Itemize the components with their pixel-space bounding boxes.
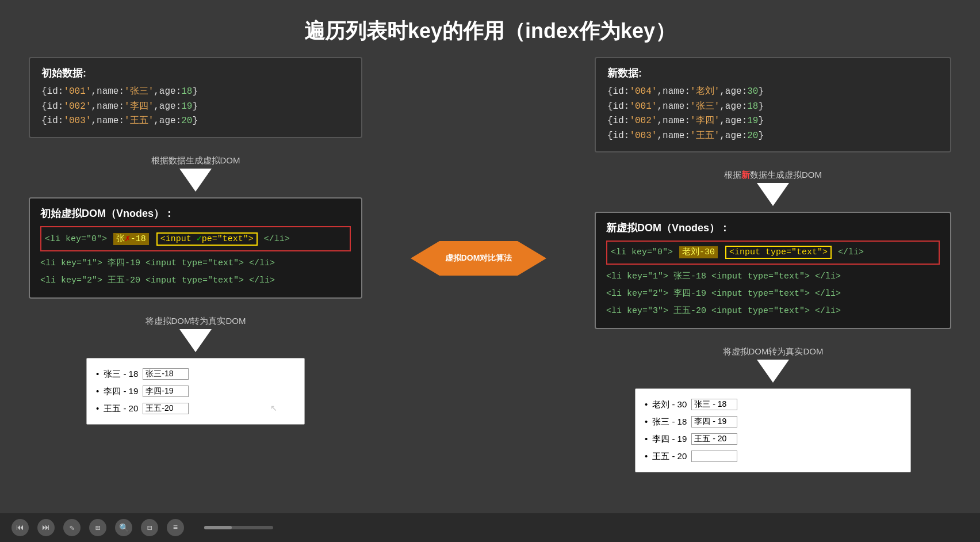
bottom-icon-3[interactable]: ✎ [63, 519, 81, 536]
new-vdom-line-2: <li key="2"> 李四-19 <input type="text"> <… [606, 285, 940, 303]
bottom-icon-7[interactable]: ≡ [167, 519, 184, 536]
new-vdom-title: 新虚拟DOM（Vnodes）： [606, 221, 940, 235]
vdom-line-0: <li key="0"> 张✗-18 <input ✓pe="text"> </… [40, 226, 351, 251]
right-arrow2-container: 将虚拟DOM转为真实DOM [595, 335, 951, 383]
real-dom-item-3: • 王五 - 20 [96, 400, 295, 417]
bottom-icon-6[interactable]: ⊟ [141, 519, 158, 536]
right-real-dom-input-3[interactable] [691, 433, 737, 445]
left-real-dom-box: • 张三 - 18 • 李四 - 19 • 王五 - 20 [86, 358, 305, 425]
right-real-dom-item-1: • 老刘 - 30 [645, 396, 901, 413]
progress-bar [204, 526, 273, 529]
real-dom-input-1[interactable] [143, 368, 189, 380]
bottom-icon-1[interactable]: ⏮ [12, 519, 29, 536]
right-real-dom-input-2[interactable] [691, 416, 737, 428]
cursor: ↖ [270, 400, 277, 411]
initial-data-box: 初始数据: {id:'001',name:'张三',age:18} {id:'0… [29, 57, 362, 138]
initial-data-line-1: {id:'001',name:'张三',age:18} [41, 85, 350, 100]
arrow-left [411, 241, 439, 276]
right-real-dom-input-1[interactable] [691, 399, 737, 410]
center-column: 虚拟DOM对比算法 [421, 241, 536, 276]
real-dom-item-1: • 张三 - 18 [96, 365, 295, 383]
new-vdom-line-3: <li key="3"> 王五-20 <input type="text"> <… [606, 303, 940, 320]
arrow-right [518, 241, 546, 276]
new-vdom-line-1: <li key="1"> 张三-18 <input type="text"> <… [606, 268, 940, 285]
initial-vdom-title: 初始虚拟DOM（Vnodes）： [40, 207, 351, 220]
vdom-line-1: <li key="1"> 李四-19 <input type="text"> <… [40, 255, 351, 272]
new-data-line-1: {id:'004',name:'老刘',age:30} [607, 85, 939, 100]
right-column: 新数据: {id:'004',name:'老刘',age:30} {id:'00… [595, 57, 951, 472]
right-real-dom-item-2: • 张三 - 18 [645, 413, 901, 430]
progress-fill [204, 526, 232, 529]
real-dom-item-2: • 李四 - 19 [96, 383, 295, 400]
compare-label: 虚拟DOM对比算法 [445, 253, 512, 264]
left-arrow1 [179, 169, 212, 192]
page-title: 遍历列表时key的作用（index作为key） [0, 0, 980, 57]
bottom-bar: ⏮ ⏭ ✎ ⊞ 🔍 ⊟ ≡ [0, 513, 980, 542]
left-arrow2 [179, 329, 212, 352]
new-data-line-2: {id:'001',name:'张三',age:18} [607, 100, 939, 114]
right-arrow2-label: 将虚拟DOM转为真实DOM [723, 346, 824, 357]
vdom-line-2: <li key="2"> 王五-20 <input type="text"> <… [40, 272, 351, 289]
left-arrow1-label: 根据数据生成虚拟DOM [151, 155, 240, 166]
initial-data-line-2: {id:'002',name:'李四',age:19} [41, 100, 350, 114]
left-column: 初始数据: {id:'001',name:'张三',age:18} {id:'0… [29, 57, 362, 425]
initial-data-line-3: {id:'003',name:'王五',age:20} [41, 114, 350, 129]
left-arrow2-label: 将虚拟DOM转为真实DOM [146, 316, 246, 327]
initial-data-title: 初始数据: [41, 66, 350, 80]
new-data-title: 新数据: [607, 66, 939, 80]
new-data-line-4: {id:'003',name:'王五',age:20} [607, 129, 939, 144]
new-vdom-box: 新虚拟DOM（Vnodes）： <li key="0"> 老刘-30 <inpu… [595, 212, 951, 329]
bottom-icon-4[interactable]: ⊞ [89, 519, 106, 536]
left-arrow1-container: 根据数据生成虚拟DOM [29, 144, 362, 192]
left-arrow2-container: 将虚拟DOM转为真实DOM [29, 304, 362, 352]
compare-arrow: 虚拟DOM对比算法 [411, 241, 547, 276]
real-dom-input-2[interactable] [143, 385, 189, 397]
bottom-icon-5[interactable]: 🔍 [115, 519, 132, 536]
right-real-dom-item-3: • 李四 - 19 [645, 430, 901, 448]
arrow-body: 虚拟DOM对比算法 [439, 241, 518, 276]
right-real-dom-box: • 老刘 - 30 • 张三 - 18 • 李四 - 19 • 王五 - 20 [635, 388, 911, 472]
new-data-line-3: {id:'002',name:'李四',age:19} [607, 114, 939, 129]
new-vdom-line-0: <li key="0"> 老刘-30 <input type="text"> <… [606, 241, 940, 265]
right-real-dom-item-4: • 王五 - 20 [645, 448, 901, 465]
right-arrow1-container: 根据新数据生成虚拟DOM [595, 158, 951, 206]
right-arrow1-label: 根据新数据生成虚拟DOM [724, 170, 822, 181]
right-arrow1 [757, 183, 789, 206]
initial-vdom-box: 初始虚拟DOM（Vnodes）： <li key="0"> 张✗-18 <inp… [29, 197, 362, 299]
right-arrow2 [757, 360, 789, 383]
right-real-dom-input-4[interactable] [691, 451, 737, 462]
bottom-icon-2[interactable]: ⏭ [37, 519, 55, 536]
real-dom-input-3[interactable] [143, 403, 189, 414]
new-data-box: 新数据: {id:'004',name:'老刘',age:30} {id:'00… [595, 57, 951, 152]
